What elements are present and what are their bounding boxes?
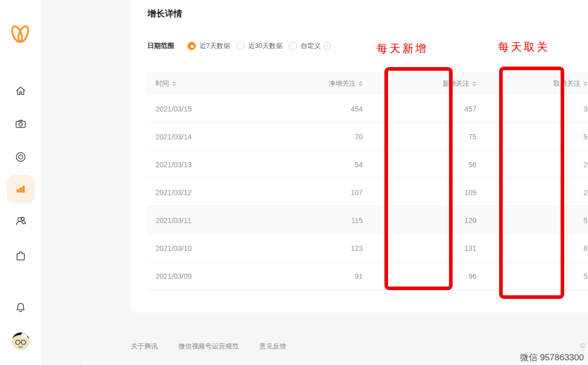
sort-icon[interactable]	[583, 81, 587, 86]
radio-label: 自定义	[301, 41, 321, 51]
column-header-net-follow: 净增关注	[271, 72, 367, 95]
table-header-row: 时间 净增关注 新增关注 取消关注	[147, 72, 588, 95]
column-header-unfollow: 取消关注	[481, 72, 588, 95]
column-header-time: 时间	[147, 72, 271, 95]
radio-unselected-icon[interactable]	[289, 42, 297, 50]
sidebar-item-channels[interactable]	[0, 143, 41, 171]
table-row[interactable]: 2021/03/10 123 131 8	[147, 234, 588, 262]
sort-icon[interactable]	[472, 81, 476, 86]
bottom-strip	[83, 360, 588, 365]
camera-icon	[14, 118, 27, 130]
annotation-daily-unfollow-label: 每天取关	[498, 40, 550, 54]
sidebar	[0, 0, 41, 365]
table-row[interactable]: 2021/03/12 107 109 2	[147, 179, 588, 207]
page-title: 增长详情	[147, 8, 182, 20]
copyright-text: © 1998-2021 T	[580, 342, 588, 350]
table-row[interactable]: 2021/03/09 91 96 5	[147, 262, 588, 290]
date-range-control: 日期范围 近7天数据 近30天数据 自定义 i	[147, 41, 337, 51]
annotation-daily-new-label: 每天新增	[377, 41, 428, 56]
puzzle-icon	[14, 250, 27, 262]
sidebar-item-home[interactable]	[0, 77, 41, 105]
wechat-channels-logo-icon[interactable]	[10, 24, 30, 44]
column-header-new-follow: 新增关注	[367, 72, 481, 95]
sort-icon[interactable]	[359, 81, 363, 86]
sidebar-item-notifications[interactable]	[0, 293, 41, 321]
radio-last-7-days[interactable]: 近7天数据	[188, 41, 230, 51]
radio-selected-icon[interactable]	[188, 42, 196, 50]
sort-icon[interactable]	[172, 81, 176, 86]
sidebar-item-camera[interactable]	[0, 110, 41, 138]
wechat-channels-analytics-app: 增长详情 日期范围 近7天数据 近30天数据 自定义 i	[0, 0, 588, 365]
footer-link-channel-rules[interactable]: 微信视频号运营规范	[178, 342, 239, 351]
table-row[interactable]: 2021/03/13 54 56 2	[147, 151, 588, 179]
table-row[interactable]: 2021/03/15 454 457 3	[147, 95, 588, 123]
people-icon	[14, 214, 27, 228]
footer-link-about-tencent[interactable]: 关于腾讯	[131, 342, 158, 351]
sidebar-item-plugins[interactable]	[0, 242, 41, 270]
bar-chart-icon	[14, 183, 27, 195]
wechat-watermark: 微信 957863300	[520, 352, 584, 363]
footer-links: 关于腾讯 微信视频号运营规范 意见反馈	[131, 342, 286, 351]
info-icon[interactable]: i	[323, 42, 331, 50]
target-icon	[14, 151, 27, 163]
bell-icon	[14, 301, 27, 313]
table-row-highlighted[interactable]: 2021/03/11 115 120 5	[147, 207, 588, 234]
home-icon	[14, 85, 27, 97]
sidebar-item-analytics-active[interactable]	[0, 175, 41, 203]
radio-custom-range[interactable]: 自定义 i	[289, 41, 331, 51]
main-area: 增长详情 日期范围 近7天数据 近30天数据 自定义 i	[41, 0, 588, 365]
radio-last-30-days[interactable]: 近30天数据	[236, 41, 282, 51]
growth-table: 时间 净增关注 新增关注 取消关注	[147, 72, 588, 290]
footer-link-feedback[interactable]: 意见反馈	[259, 342, 286, 351]
user-avatar[interactable]	[12, 332, 29, 350]
radio-label: 近7天数据	[199, 41, 230, 51]
table-row[interactable]: 2021/03/14 70 75 5	[147, 123, 588, 151]
radio-label: 近30天数据	[248, 41, 282, 51]
date-range-label: 日期范围	[147, 41, 174, 51]
radio-unselected-icon[interactable]	[236, 42, 244, 50]
sidebar-item-followers[interactable]	[0, 207, 41, 235]
